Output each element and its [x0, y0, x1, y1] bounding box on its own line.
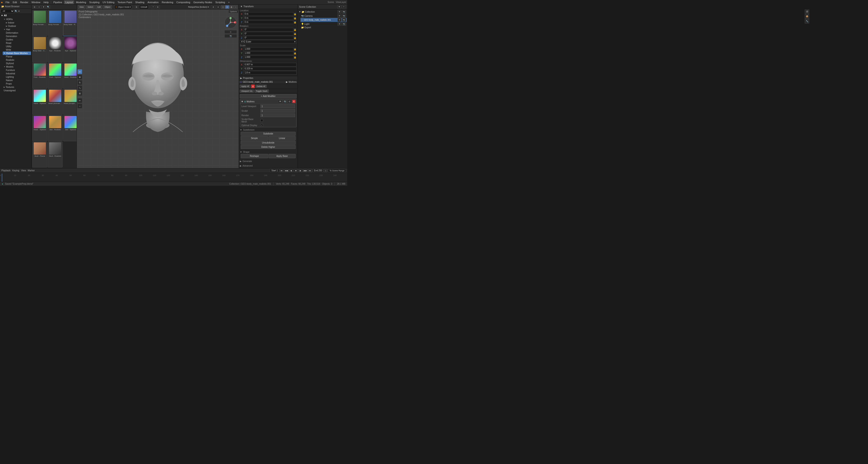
tab-uv-editing[interactable]: UV Editing	[101, 0, 116, 4]
proportional-edit-icon[interactable]: ⊚	[156, 5, 160, 9]
menu-render[interactable]: Render	[19, 0, 30, 4]
rotation-y-input[interactable]: 0°	[243, 32, 293, 35]
dim-x-input[interactable]: 0.907 m	[243, 63, 297, 66]
asset-thumb-1[interactable]: Body Female - S...	[48, 10, 63, 36]
asset-thumb-7[interactable]: Foot - Stylized	[48, 63, 63, 89]
scale-x-lock-icon[interactable]: 🔒	[293, 48, 297, 51]
sculpt-base-mesh-checkbox[interactable]	[260, 119, 263, 122]
tab-shading[interactable]: Shading	[134, 0, 146, 4]
multires-eye-icon[interactable]: 👁	[278, 100, 282, 103]
simple-button[interactable]: Simple	[241, 136, 268, 141]
tab-scripting[interactable]: Scripting	[214, 0, 226, 4]
tree-write[interactable]: Write	[5, 48, 31, 52]
step-back-btn[interactable]: ◀◀	[284, 169, 288, 173]
rotation-z-input[interactable]: 0°	[243, 36, 293, 39]
global-transform-icon[interactable]: ⊞	[134, 5, 138, 9]
tab-layout[interactable]: Layout	[64, 0, 74, 4]
asset-thumb-0[interactable]: Body Female - R...	[32, 10, 47, 36]
viewport-vis-button[interactable]: Viewport Vis	[240, 90, 254, 93]
close-modifier-btn[interactable]: ✕	[251, 85, 255, 88]
render-mode-btn[interactable]: ○	[234, 5, 238, 9]
render-level-slider[interactable]: 1	[260, 114, 295, 117]
tree-hdris[interactable]: ▼ HDRIs	[3, 18, 31, 21]
viewport-menu-add[interactable]: Add	[95, 5, 102, 9]
tree-realistic[interactable]: Realistic	[5, 58, 31, 62]
transform-tool[interactable]: ⊞	[77, 91, 82, 96]
reshape-button[interactable]: Reshape	[241, 154, 268, 158]
viewport-menu-view[interactable]: View	[78, 5, 85, 9]
end-frame-display[interactable]: End 250	[313, 169, 323, 172]
mesh-render-icon[interactable]: 📷	[342, 18, 346, 22]
skip-forward-btn[interactable]: ⏭	[308, 169, 312, 173]
scene-collection-item[interactable]: ▼ 📁 Collection 👁 📷	[298, 10, 347, 14]
filter-icon[interactable]: ▼	[18, 10, 20, 12]
toggle-stack-button[interactable]: Toggle Stack	[254, 90, 269, 93]
delete-all-button[interactable]: Delete All	[255, 85, 267, 88]
asset-thumb-11[interactable]: Head (Sculpting)...	[63, 89, 76, 115]
tree-hair[interactable]: ▼ Hair	[3, 28, 31, 31]
asset-thumb-4[interactable]: Eye - Realistic	[48, 36, 63, 62]
measure-tool[interactable]: ↔	[77, 103, 82, 109]
scale-tool[interactable]: ⤡	[77, 86, 82, 90]
tree-planar[interactable]: Planar	[5, 55, 31, 58]
snap-icon[interactable]: ⌖	[151, 5, 155, 9]
object-mode-dropdown[interactable]: ⊙ Object Mode ▾	[114, 5, 132, 9]
dim-z-input[interactable]: 1.8 m	[243, 71, 297, 74]
linear-button[interactable]: Linear	[269, 136, 296, 141]
tree-all[interactable]: ▼ All	[0, 14, 31, 17]
step-forward-btn[interactable]: ▶▶	[303, 169, 307, 173]
apply-base-button[interactable]: Apply Base	[269, 154, 296, 158]
transform-header[interactable]: ▼ Transform	[239, 4, 298, 8]
asset-thumb-3[interactable]: Body Male - Sty...	[32, 36, 47, 62]
asset-thumb-2[interactable]: Body Male - Rea...	[63, 10, 76, 36]
rotation-x-lock-icon[interactable]: 🔒	[293, 29, 297, 31]
asset-thumb-13[interactable]: Jaw - Realistic	[48, 115, 63, 141]
tree-indoor[interactable]: ▶ Indoor	[5, 21, 31, 24]
viewport-menu-object[interactable]: Object	[103, 5, 112, 9]
tab-texture-paint[interactable]: Texture Paint	[116, 0, 133, 4]
light-eye-icon[interactable]: 👁	[338, 22, 342, 26]
asset-thumb-14[interactable]: Jaw - Stylized	[63, 115, 76, 141]
camera-view-btn[interactable]: 📷	[224, 34, 237, 38]
tree-unassigned[interactable]: Unassigned	[3, 89, 31, 92]
multires-delete-btn[interactable]: ✕	[292, 100, 296, 103]
view-type-btn[interactable]: ⊞	[33, 5, 37, 9]
camera-render-icon[interactable]: 📷	[342, 14, 346, 18]
generate-header[interactable]: ▶ Generate	[240, 160, 297, 162]
rotation-mode-dropdown[interactable]: XYZ Euler ▾	[240, 40, 297, 43]
collection-render-icon[interactable]: 📷	[342, 10, 346, 13]
material-mode-btn[interactable]: ◍	[229, 5, 234, 9]
scale-x-input[interactable]: 1.000	[243, 47, 293, 51]
move-tool[interactable]: ✥	[77, 74, 82, 80]
play-btn[interactable]: ▶	[299, 169, 303, 173]
new-collection-icon[interactable]: +	[342, 5, 346, 8]
subdivision-header[interactable]: ▼ Subdivision	[240, 129, 297, 131]
menu-window[interactable]: Window	[30, 0, 41, 4]
geo-body-item[interactable]: ⬡ GEO-body_male_realistic.001 👁 📷	[301, 18, 347, 22]
tree-lighting[interactable]: Lighting	[5, 75, 31, 79]
light-item[interactable]: 💡 Light 👁 📷	[301, 22, 347, 26]
sculpt-level-slider[interactable]: 1	[260, 109, 295, 113]
tab-modeling[interactable]: Modeling	[74, 0, 88, 4]
skip-back-btn[interactable]: ⏮	[280, 169, 284, 173]
asset-thumb-9[interactable]: Hand - Stylized	[32, 89, 47, 115]
cursor-tool[interactable]: ⊕	[77, 69, 82, 74]
asset-thumb-10[interactable]: Head (Animation...	[48, 89, 63, 115]
scale-z-input[interactable]: 1.000	[243, 55, 293, 59]
menu-help[interactable]: Help	[42, 0, 50, 4]
level-viewport-slider[interactable]: 1	[260, 104, 295, 108]
multires-render-icon[interactable]: ⊙	[287, 100, 291, 103]
sort-btn[interactable]: ≡	[37, 5, 41, 9]
asset-thumb-15[interactable]: Skull - Planar	[32, 142, 47, 167]
viewport-options-btn[interactable]: Options	[228, 10, 238, 13]
scale-y-lock-icon[interactable]: 🔒	[293, 52, 297, 55]
location-y-lock-icon[interactable]: 🔒	[293, 17, 297, 20]
optimal-display-checkbox[interactable]: ✓	[260, 124, 263, 127]
tab-geometry-nodes[interactable]: Geometry Nodes	[192, 0, 213, 4]
tree-furniture[interactable]: Furniture	[5, 68, 31, 72]
properties-header[interactable]: ▶ Properties	[239, 76, 298, 80]
tree-generation[interactable]: Generation	[5, 35, 31, 38]
filter-asset-btn[interactable]: ▼	[41, 5, 46, 9]
timeline-marker-label[interactable]: Marker	[28, 169, 35, 172]
scale-y-input[interactable]: 1.000	[243, 51, 293, 55]
